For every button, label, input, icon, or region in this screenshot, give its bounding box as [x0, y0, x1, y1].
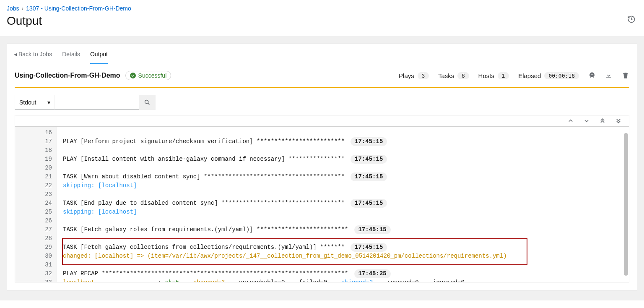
line-number: 25 — [15, 208, 57, 217]
history-icon[interactable] — [627, 15, 636, 23]
line-number: 20 — [15, 164, 57, 172]
terminal-line[interactable]: 29TASK [Fetch galaxy collections from co… — [15, 243, 629, 252]
line-number: 19 — [15, 155, 57, 164]
terminal-line[interactable]: 26 — [15, 217, 629, 225]
terminal-line[interactable]: 21TASK [Warn about disabled content sync… — [15, 172, 629, 181]
scrollbar-thumb[interactable] — [624, 133, 628, 276]
line-number: 21 — [15, 172, 57, 181]
terminal-line[interactable]: 22skipping: [localhost] — [15, 181, 629, 190]
chevron-right-icon: › — [22, 5, 24, 12]
line-text: TASK [End play due to disabled content s… — [57, 199, 629, 208]
back-to-jobs-link[interactable]: ◂ Back to Jobs — [14, 51, 52, 57]
line-text: skipping: [localhost] — [57, 208, 629, 217]
line-text — [57, 261, 629, 269]
terminal-line[interactable]: 30changed: [localhost] => (item=/var/lib… — [15, 252, 629, 261]
line-number: 23 — [15, 190, 57, 199]
elapsed-value: 00:00:18 — [544, 72, 579, 79]
filter-select[interactable]: Stdout ▾ — [15, 95, 55, 110]
svg-point-1 — [145, 100, 148, 104]
tab-output[interactable]: Output — [90, 44, 108, 64]
tabbar: ◂ Back to Jobs Details Output — [7, 44, 637, 64]
line-text — [57, 234, 629, 243]
line-text: changed: [localhost] => (item=/var/lib/a… — [57, 252, 629, 261]
line-text: TASK [Warn about disabled content sync] … — [57, 172, 629, 181]
line-number: 28 — [15, 234, 57, 243]
plays-label: Plays — [399, 72, 414, 79]
caret-left-icon: ◂ — [14, 51, 17, 57]
timestamp-badge: 17:45:15 — [351, 155, 387, 164]
scroll-down-icon[interactable] — [584, 118, 589, 124]
status-label: Successful — [138, 72, 167, 79]
line-number: 26 — [15, 217, 57, 225]
line-number: 16 — [15, 128, 57, 137]
line-number: 29 — [15, 243, 57, 252]
hosts-label: Hosts — [478, 72, 494, 79]
tab-details[interactable]: Details — [62, 44, 80, 64]
line-text — [57, 190, 629, 199]
terminal-line[interactable]: 33localhost : ok=5 changed=3 unreachable… — [15, 278, 629, 282]
caret-down-icon: ▾ — [47, 99, 50, 106]
terminal-line[interactable]: 24TASK [End play due to disabled content… — [15, 199, 629, 208]
plays-count: 3 — [418, 72, 429, 79]
line-number: 17 — [15, 137, 57, 146]
search-button[interactable] — [139, 95, 156, 110]
line-number: 22 — [15, 181, 57, 190]
hosts-count: 1 — [498, 72, 509, 79]
search-icon — [144, 99, 151, 106]
breadcrumb-current[interactable]: 1307 - Using-Collection-From-GH-Demo — [26, 5, 131, 12]
line-number: 30 — [15, 252, 57, 261]
scroll-bottom-icon[interactable] — [615, 118, 621, 124]
timestamp-badge: 17:45:25 — [354, 269, 391, 278]
line-number: 33 — [15, 278, 57, 282]
job-name: Using-Collection-From-GH-Demo — [15, 72, 120, 79]
line-text — [57, 146, 629, 155]
trash-icon[interactable] — [622, 72, 629, 79]
back-to-jobs-label: Back to Jobs — [18, 51, 52, 57]
terminal-line[interactable]: 32PLAY RECAP ***************************… — [15, 269, 629, 278]
terminal-line[interactable]: 19PLAY [Install content with ansible-gal… — [15, 155, 629, 164]
line-text: skipping: [localhost] — [57, 181, 629, 190]
line-text: localhost : ok=5 changed=3 unreachable=0… — [57, 278, 629, 282]
line-number: 24 — [15, 199, 57, 208]
line-text — [57, 164, 629, 172]
breadcrumb: Jobs › 1307 - Using-Collection-From-GH-D… — [7, 5, 637, 12]
elapsed-label: Elapsed — [518, 72, 541, 79]
line-text — [57, 217, 629, 225]
line-text: PLAY [Install content with ansible-galax… — [57, 155, 629, 164]
terminal-line[interactable]: 25skipping: [localhost] — [15, 208, 629, 217]
scroll-top-icon[interactable] — [600, 118, 605, 124]
timestamp-badge: 17:45:15 — [351, 243, 387, 252]
line-text: PLAY RECAP *****************************… — [57, 269, 629, 278]
terminal-line[interactable]: 27TASK [Fetch galaxy roles from requirem… — [15, 225, 629, 234]
output-scroll-controls — [15, 115, 629, 127]
breadcrumb-jobs[interactable]: Jobs — [7, 5, 19, 12]
scroll-up-icon[interactable] — [568, 118, 574, 124]
terminal-line[interactable]: 31 — [15, 261, 629, 269]
line-number: 18 — [15, 146, 57, 155]
tasks-count: 8 — [457, 72, 469, 79]
line-text: TASK [Fetch galaxy collections from coll… — [57, 243, 629, 252]
terminal-output[interactable]: 1617PLAY [Perform project signature/chec… — [15, 127, 629, 282]
rocket-icon[interactable] — [588, 72, 596, 79]
download-icon[interactable] — [605, 72, 613, 79]
line-text — [57, 128, 629, 137]
timestamp-badge: 17:45:15 — [351, 199, 387, 208]
line-number: 32 — [15, 269, 57, 278]
terminal-line[interactable]: 23 — [15, 190, 629, 199]
svg-line-2 — [148, 103, 150, 105]
output-card: ◂ Back to Jobs Details Output Using-Coll… — [7, 44, 637, 290]
line-text: TASK [Fetch galaxy roles from requiremen… — [57, 225, 629, 234]
timestamp-badge: 17:45:15 — [351, 137, 387, 146]
status-badge: Successful — [125, 71, 171, 80]
tasks-label: Tasks — [438, 72, 454, 79]
terminal-line[interactable]: 20 — [15, 164, 629, 172]
line-text: PLAY [Perform project signature/checksum… — [57, 137, 629, 146]
terminal-line[interactable]: 28 — [15, 234, 629, 243]
terminal-line[interactable]: 18 — [15, 146, 629, 155]
terminal-line[interactable]: 17PLAY [Perform project signature/checks… — [15, 137, 629, 146]
terminal-line[interactable]: 16 — [15, 128, 629, 137]
check-circle-icon — [130, 73, 136, 78]
timestamp-badge: 17:45:15 — [351, 172, 387, 181]
search-input[interactable] — [55, 95, 139, 110]
line-number: 31 — [15, 261, 57, 269]
